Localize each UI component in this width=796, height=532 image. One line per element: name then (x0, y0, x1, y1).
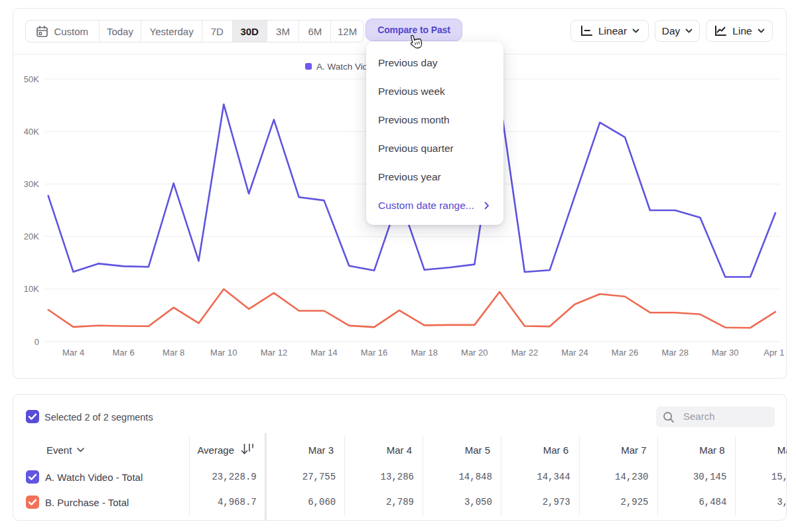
svg-text:Mar 14: Mar 14 (310, 348, 337, 358)
svg-text:Mar 10: Mar 10 (210, 348, 237, 358)
svg-text:Mar 28: Mar 28 (661, 348, 688, 358)
svg-text:Mar 26: Mar 26 (612, 348, 638, 358)
svg-text:50K: 50K (24, 74, 39, 84)
svg-text:Mar 16: Mar 16 (361, 348, 387, 358)
svg-text:Mar 24: Mar 24 (561, 348, 588, 358)
svg-text:Mar 30: Mar 30 (712, 348, 738, 358)
svg-text:Mar 12: Mar 12 (261, 348, 287, 358)
svg-text:Mar 6: Mar 6 (112, 348, 134, 358)
svg-text:40K: 40K (24, 127, 39, 137)
svg-text:Mar 4: Mar 4 (62, 348, 84, 358)
svg-text:30K: 30K (24, 179, 39, 189)
svg-text:20K: 20K (24, 232, 39, 241)
svg-text:Mar 20: Mar 20 (461, 348, 488, 358)
svg-text:Mar 22: Mar 22 (511, 348, 538, 358)
svg-text:Mar 18: Mar 18 (411, 348, 437, 358)
svg-text:Mar 8: Mar 8 (163, 348, 184, 358)
svg-text:Apr 1: Apr 1 (763, 348, 784, 358)
svg-text:10K: 10K (24, 284, 39, 294)
svg-text:0: 0 (34, 337, 39, 347)
